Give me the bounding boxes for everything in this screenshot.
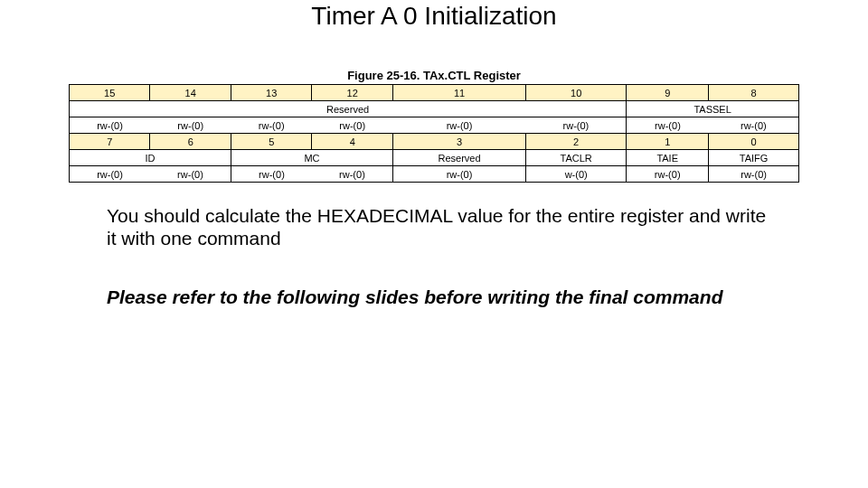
rw-cell: rw-(0) [526, 117, 627, 134]
rw-cell: rw-(0) [709, 117, 799, 134]
register-table: 15 14 13 12 11 10 9 8 Reserved TASSEL rw… [69, 84, 799, 183]
table-row: 15 14 13 12 11 10 9 8 [70, 85, 799, 101]
bit-number: 5 [231, 134, 311, 150]
rw-cell: w-(0) [526, 166, 627, 183]
rw-cell: rw-(0) [150, 166, 231, 183]
field-taie: TAIE [627, 150, 709, 166]
rw-cell: rw-(0) [709, 166, 799, 183]
rw-cell: rw-(0) [627, 166, 709, 183]
bit-number: 0 [709, 134, 799, 150]
bit-number: 9 [627, 85, 709, 101]
rw-cell: rw-(0) [70, 117, 150, 134]
table-row: ID MC Reserved TACLR TAIE TAIFG [70, 150, 799, 166]
field-mc: MC [231, 150, 392, 166]
bit-number: 11 [392, 85, 525, 101]
rw-cell: rw-(0) [627, 117, 709, 134]
bit-number: 7 [70, 134, 150, 150]
instruction-text-1: You should calculate the HEXADECIMAL val… [107, 204, 778, 249]
field-taclr: TACLR [526, 150, 627, 166]
bit-number: 10 [526, 85, 627, 101]
table-row: rw-(0) rw-(0) rw-(0) rw-(0) rw-(0) w-(0)… [70, 166, 799, 183]
bit-number: 14 [150, 85, 231, 101]
rw-cell: rw-(0) [392, 117, 525, 134]
bit-number: 2 [526, 134, 627, 150]
bit-number: 4 [312, 134, 392, 150]
page-title: Timer A 0 Initialization [0, 0, 868, 31]
table-row: Reserved TASSEL [70, 101, 799, 117]
slide: Timer A 0 Initialization Figure 25-16. T… [0, 0, 868, 488]
rw-cell: rw-(0) [70, 166, 150, 183]
bit-number: 8 [709, 85, 799, 101]
table-row: 7 6 5 4 3 2 1 0 [70, 134, 799, 150]
field-tassel: TASSEL [627, 101, 799, 117]
rw-cell: rw-(0) [231, 117, 311, 134]
rw-cell: rw-(0) [392, 166, 525, 183]
rw-cell: rw-(0) [150, 117, 231, 134]
rw-cell: rw-(0) [312, 166, 392, 183]
bit-number: 13 [231, 85, 311, 101]
field-reserved: Reserved [392, 150, 525, 166]
field-taifg: TAIFG [709, 150, 799, 166]
rw-cell: rw-(0) [231, 166, 311, 183]
bit-number: 15 [70, 85, 150, 101]
field-reserved: Reserved [70, 101, 627, 117]
bit-number: 3 [392, 134, 525, 150]
rw-cell: rw-(0) [312, 117, 392, 134]
bit-number: 1 [627, 134, 709, 150]
bit-number: 12 [312, 85, 392, 101]
table-row: rw-(0) rw-(0) rw-(0) rw-(0) rw-(0) rw-(0… [70, 117, 799, 134]
bit-number: 6 [150, 134, 231, 150]
field-id: ID [70, 150, 231, 166]
instruction-text-2: Please refer to the following slides bef… [107, 286, 778, 308]
figure-caption: Figure 25-16. TAx.CTL Register [0, 69, 868, 82]
